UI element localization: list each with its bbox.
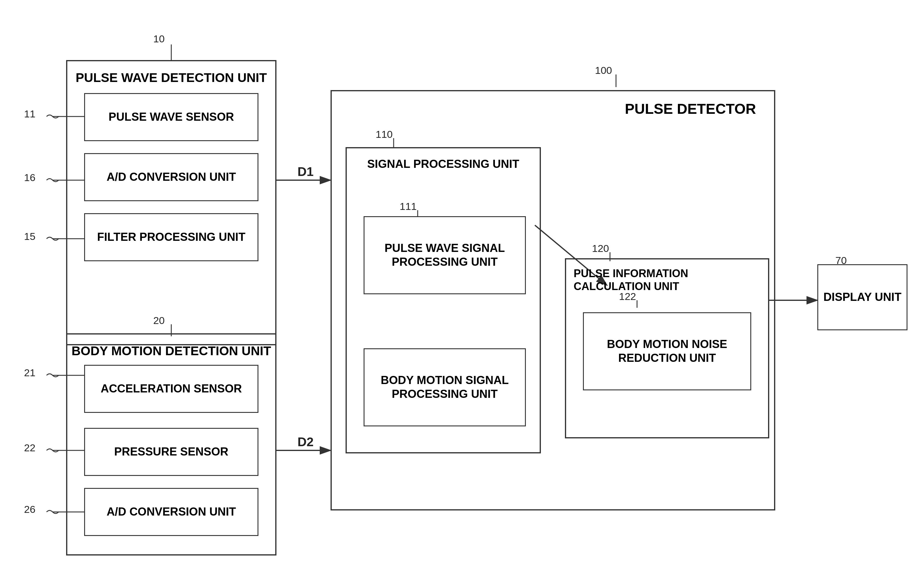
body-motion-noise-reduction-unit-box: BODY MOTION NOISE REDUCTION UNIT: [583, 312, 751, 390]
ad-conversion-unit-2-label: A/D CONVERSION UNIT: [107, 505, 236, 519]
pulse-detector-label: PULSE DETECTOR: [341, 97, 765, 118]
pressure-sensor-label: PRESSURE SENSOR: [114, 445, 229, 459]
d1-label: D1: [297, 164, 314, 179]
ad-conversion-unit-1-label: A/D CONVERSION UNIT: [107, 170, 236, 184]
pressure-sensor-box: PRESSURE SENSOR: [84, 428, 258, 476]
pulse-info-calc-unit-label: PULSE INFORMATION CALCULATION UNIT: [572, 264, 762, 293]
display-unit-box: DISPLAY UNIT: [817, 264, 907, 330]
ref-100: 100: [595, 65, 612, 76]
body-motion-signal-processing-unit-label: BODY MOTION SIGNAL PROCESSING UNIT: [364, 374, 525, 401]
ad-conversion-unit-1-box: A/D CONVERSION UNIT: [84, 153, 258, 201]
pulse-wave-sensor-label: PULSE WAVE SENSOR: [108, 110, 234, 124]
ref-10: 10: [153, 33, 165, 45]
body-motion-signal-processing-unit-box: BODY MOTION SIGNAL PROCESSING UNIT: [364, 348, 526, 426]
ref-15: 15: [24, 231, 35, 242]
ref-11: 11: [24, 108, 35, 120]
d2-label: D2: [297, 435, 314, 449]
pulse-wave-sensor-box: PULSE WAVE SENSOR: [84, 93, 258, 141]
filter-processing-unit-box: FILTER PROCESSING UNIT: [84, 213, 258, 261]
ref-22: 22: [24, 442, 35, 454]
acceleration-sensor-label: ACCELERATION SENSOR: [101, 382, 242, 396]
ref-26: 26: [24, 504, 35, 515]
acceleration-sensor-box: ACCELERATION SENSOR: [84, 365, 258, 413]
body-motion-noise-reduction-unit-label: BODY MOTION NOISE REDUCTION UNIT: [584, 338, 750, 365]
pulse-wave-signal-processing-unit-label: PULSE WAVE SIGNAL PROCESSING UNIT: [364, 242, 525, 269]
display-unit-label: DISPLAY UNIT: [823, 291, 901, 304]
signal-processing-unit-label: SIGNAL PROCESSING UNIT: [347, 154, 540, 171]
pulse-wave-signal-processing-unit-box: PULSE WAVE SIGNAL PROCESSING UNIT: [364, 216, 526, 294]
body-motion-detection-unit-label: BODY MOTION DETECTION UNIT: [67, 341, 275, 359]
pulse-wave-detection-unit-label: PULSE WAVE DETECTION UNIT: [67, 67, 275, 85]
ref-16: 16: [24, 172, 35, 184]
filter-processing-unit-label: FILTER PROCESSING UNIT: [97, 230, 245, 244]
ref-21: 21: [24, 367, 35, 379]
ad-conversion-unit-2-box: A/D CONVERSION UNIT: [84, 488, 258, 536]
